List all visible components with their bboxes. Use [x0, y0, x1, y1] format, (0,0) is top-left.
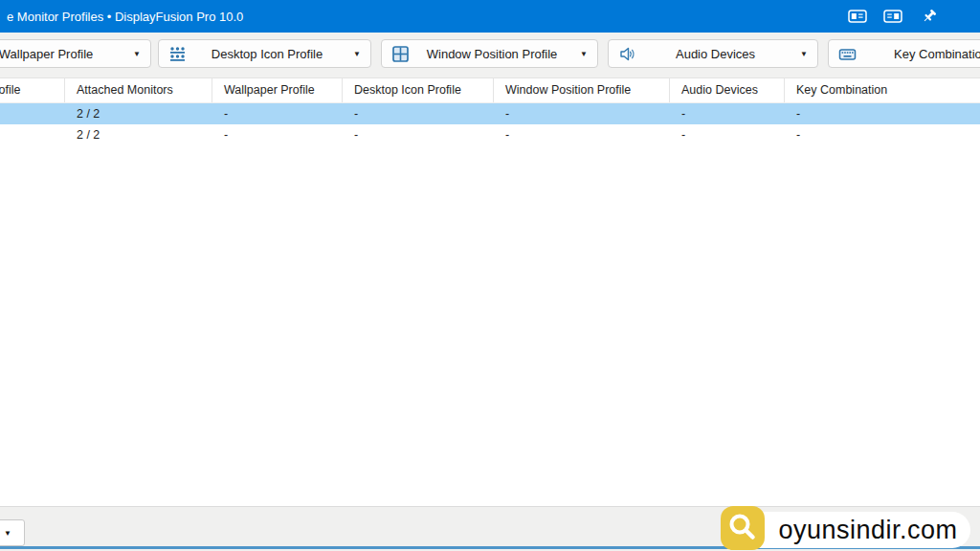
watermark-badge: oyunsindir.com	[737, 512, 970, 548]
speaker-icon	[618, 45, 636, 63]
window-title: e Monitor Profiles • DisplayFusion Pro 1…	[0, 10, 243, 24]
desktop-icon-profile-dropdown-button[interactable]: Desktop Icon Profile ▼	[158, 39, 371, 68]
chevron-down-icon: ▼	[800, 50, 808, 58]
search-icon	[721, 506, 765, 550]
button-label: Window Position Profile	[412, 47, 572, 61]
cell-desktop-icon-profile: -	[343, 124, 494, 145]
cell-audio-devices: -	[670, 103, 785, 124]
cell-window-position-profile: -	[494, 103, 670, 124]
keyboard-icon	[838, 45, 857, 63]
chevron-down-icon: ▼	[133, 50, 141, 58]
chevron-down-icon: ▼	[580, 50, 588, 58]
cell-desktop-icon-profile: -	[343, 103, 494, 124]
displayfusion-monitor-profiles-window: e Monitor Profiles • DisplayFusion Pro 1…	[0, 0, 980, 551]
column-header-audio-devices[interactable]: Audio Devices	[670, 78, 785, 102]
cell-audio-devices: -	[670, 124, 785, 145]
button-label: Desktop Icon Profile	[189, 47, 345, 61]
wallpaper-profile-dropdown-button[interactable]: Wallpaper Profile ▼	[0, 39, 151, 68]
cell-profile	[0, 103, 65, 124]
cell-profile	[0, 124, 65, 145]
cell-key-combination: -	[785, 124, 980, 145]
column-header-desktop-icon-profile[interactable]: Desktop Icon Profile	[343, 78, 494, 102]
chevron-down-icon: ▼	[353, 50, 361, 58]
cell-attached-monitors: 2 / 2	[65, 124, 212, 145]
column-header-wallpaper-profile[interactable]: Wallpaper Profile	[212, 78, 343, 102]
titlebar-buttons	[848, 8, 980, 25]
table-row-selected[interactable]: 2 / 2 - - - - -	[0, 103, 980, 124]
title-bar: e Monitor Profiles • DisplayFusion Pro 1…	[0, 0, 980, 33]
column-header-attached-monitors[interactable]: Attached Monitors	[65, 78, 212, 102]
cell-attached-monitors: 2 / 2	[65, 103, 212, 124]
column-header-window-position-profile[interactable]: Window Position Profile	[494, 78, 670, 102]
desktop-icons-icon	[168, 45, 187, 63]
window-grid-icon	[391, 45, 410, 63]
cell-wallpaper-profile: -	[212, 103, 343, 124]
button-label: Wallpaper Profile	[0, 47, 125, 61]
cell-wallpaper-profile: -	[212, 124, 343, 145]
key-combination-dropdown-button[interactable]: Key Combination ▼	[828, 39, 980, 68]
chevron-down-icon: ▼	[4, 529, 11, 538]
cell-window-position-profile: -	[494, 124, 670, 145]
table-header-row: Profile Attached Monitors Wallpaper Prof…	[0, 78, 980, 103]
table-row[interactable]: 2 / 2 - - - - -	[0, 124, 980, 145]
move-window-right-monitor-icon[interactable]	[883, 8, 904, 25]
statusbar-dropdown-button[interactable]: ▼	[0, 519, 25, 546]
column-header-profile[interactable]: Profile	[0, 78, 65, 102]
move-window-left-monitor-icon[interactable]	[848, 8, 869, 25]
audio-devices-dropdown-button[interactable]: Audio Devices ▼	[608, 39, 818, 68]
button-label: Key Combination	[858, 47, 980, 61]
profiles-table: Profile Attached Monitors Wallpaper Prof…	[0, 78, 980, 145]
pin-icon[interactable]	[919, 8, 940, 25]
cell-key-combination: -	[785, 103, 980, 124]
window-position-profile-dropdown-button[interactable]: Window Position Profile ▼	[381, 39, 598, 68]
toolbar: Wallpaper Profile ▼ Desktop Icon Profile…	[0, 33, 980, 78]
column-header-key-combination[interactable]: Key Combination	[785, 78, 980, 102]
button-label: Audio Devices	[638, 47, 792, 61]
watermark-text: oyunsindir.com	[778, 516, 957, 545]
